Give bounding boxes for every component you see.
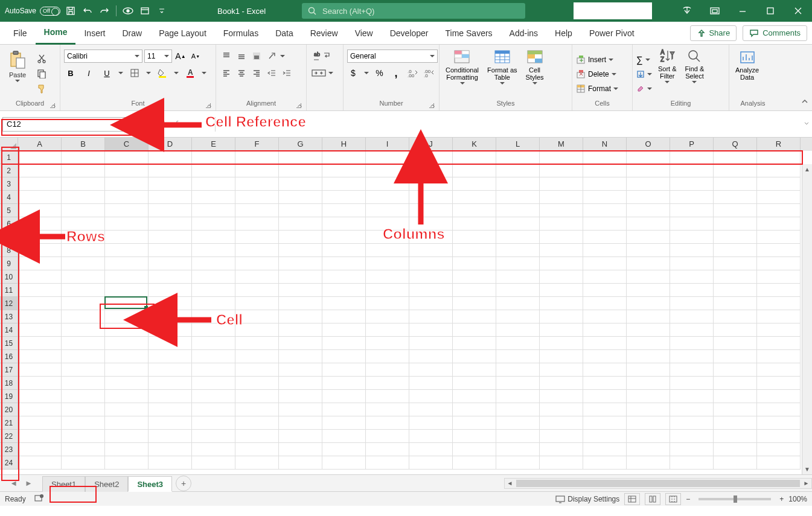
zoom-out-button[interactable]: − — [686, 495, 690, 503]
cell-G15[interactable] — [279, 337, 322, 350]
cell-Q4[interactable] — [714, 191, 757, 204]
cell-M14[interactable] — [540, 323, 583, 337]
display-settings-button[interactable]: Display Settings — [555, 495, 619, 503]
cell-A2[interactable] — [18, 164, 62, 177]
cell-O21[interactable] — [627, 416, 670, 430]
tab-home[interactable]: Home — [36, 22, 76, 45]
analyze-data-button[interactable]: Analyze Data — [733, 47, 761, 100]
cell-K9[interactable] — [453, 257, 496, 270]
cell-H18[interactable] — [322, 377, 366, 390]
window-icon[interactable] — [138, 4, 152, 18]
touch-mode-icon[interactable] — [673, 0, 701, 22]
cell-J14[interactable] — [409, 323, 453, 337]
cell-B2[interactable] — [62, 164, 105, 177]
horizontal-scrollbar[interactable]: ◄► — [504, 478, 812, 489]
close-icon[interactable] — [784, 0, 812, 22]
cell-B5[interactable] — [62, 204, 105, 217]
cell-A10[interactable] — [18, 270, 62, 284]
cell-G3[interactable] — [279, 177, 322, 191]
cell-E8[interactable] — [192, 244, 235, 257]
cell-G20[interactable] — [279, 403, 322, 416]
cell-D22[interactable] — [149, 430, 192, 443]
tab-draw[interactable]: Draw — [113, 22, 150, 45]
cell-H17[interactable] — [322, 363, 366, 377]
column-header-N[interactable]: N — [583, 138, 627, 151]
cell-E9[interactable] — [192, 257, 235, 270]
cell-F18[interactable] — [235, 377, 279, 390]
cell-O23[interactable] — [627, 443, 670, 456]
cell-A3[interactable] — [18, 177, 62, 191]
cell-L22[interactable] — [496, 430, 540, 443]
column-header-O[interactable]: O — [627, 138, 670, 151]
cell-B3[interactable] — [62, 177, 105, 191]
cell-I22[interactable] — [366, 430, 409, 443]
cell-R21[interactable] — [757, 416, 801, 430]
tab-scroll-right-icon[interactable]: ► — [25, 479, 33, 488]
cell-K17[interactable] — [453, 363, 496, 377]
cell-D19[interactable] — [149, 390, 192, 403]
cell-R18[interactable] — [757, 377, 801, 390]
cell-B11[interactable] — [62, 284, 105, 297]
cell-A17[interactable] — [18, 363, 62, 377]
cell-C8[interactable] — [105, 244, 149, 257]
cell-D11[interactable] — [149, 284, 192, 297]
save-icon[interactable] — [64, 4, 77, 18]
cell-F17[interactable] — [235, 363, 279, 377]
cell-B13[interactable] — [62, 310, 105, 323]
row-header-23[interactable]: 23 — [0, 443, 18, 456]
cell-L2[interactable] — [496, 164, 540, 177]
cell-Q21[interactable] — [714, 416, 757, 430]
cell-C7[interactable] — [105, 231, 149, 244]
column-header-Q[interactable]: Q — [714, 138, 757, 151]
cell-G11[interactable] — [279, 284, 322, 297]
wrap-text-icon[interactable]: ab — [310, 49, 334, 63]
cell-D9[interactable] — [149, 257, 192, 270]
column-header-J[interactable]: J — [409, 138, 453, 151]
cell-K8[interactable] — [453, 244, 496, 257]
decrease-decimal-icon[interactable]: .00.0 — [423, 66, 435, 80]
cell-K18[interactable] — [453, 377, 496, 390]
cell-N10[interactable] — [583, 270, 627, 284]
zoom-level[interactable]: 100% — [788, 495, 807, 503]
row-header-10[interactable]: 10 — [0, 270, 18, 284]
cell-C21[interactable] — [105, 416, 149, 430]
cell-B19[interactable] — [62, 390, 105, 403]
cell-B1[interactable] — [62, 151, 105, 164]
tab-developer[interactable]: Developer — [382, 22, 437, 45]
cell-M22[interactable] — [540, 430, 583, 443]
cell-A16[interactable] — [18, 350, 62, 363]
cell-M23[interactable] — [540, 443, 583, 456]
cell-A5[interactable] — [18, 204, 62, 217]
cell-F3[interactable] — [235, 177, 279, 191]
cell-R4[interactable] — [757, 191, 801, 204]
cell-M1[interactable] — [540, 151, 583, 164]
cell-J23[interactable] — [409, 443, 453, 456]
cell-L17[interactable] — [496, 363, 540, 377]
row-header-1[interactable]: 1 — [0, 151, 18, 164]
cell-R16[interactable] — [757, 350, 801, 363]
zoom-slider[interactable] — [699, 498, 771, 500]
cell-K10[interactable] — [453, 270, 496, 284]
autosum-button[interactable]: ∑ — [636, 54, 652, 66]
account-area[interactable] — [574, 2, 652, 19]
cell-I3[interactable] — [366, 177, 409, 191]
cell-O11[interactable] — [627, 284, 670, 297]
cell-D4[interactable] — [149, 191, 192, 204]
column-header-M[interactable]: M — [540, 138, 583, 151]
cell-P16[interactable] — [670, 350, 714, 363]
cell-I5[interactable] — [366, 204, 409, 217]
cell-C9[interactable] — [105, 257, 149, 270]
font-launcher[interactable] — [203, 101, 212, 109]
cell-J15[interactable] — [409, 337, 453, 350]
cell-G8[interactable] — [279, 244, 322, 257]
cell-G5[interactable] — [279, 204, 322, 217]
cell-A20[interactable] — [18, 403, 62, 416]
cell-E5[interactable] — [192, 204, 235, 217]
cell-D17[interactable] — [149, 363, 192, 377]
cell-C4[interactable] — [105, 191, 149, 204]
row-header-21[interactable]: 21 — [0, 416, 18, 430]
cell-M12[interactable] — [540, 297, 583, 310]
cell-C23[interactable] — [105, 443, 149, 456]
cell-I20[interactable] — [366, 403, 409, 416]
increase-font-icon[interactable]: A▲ — [174, 49, 187, 63]
